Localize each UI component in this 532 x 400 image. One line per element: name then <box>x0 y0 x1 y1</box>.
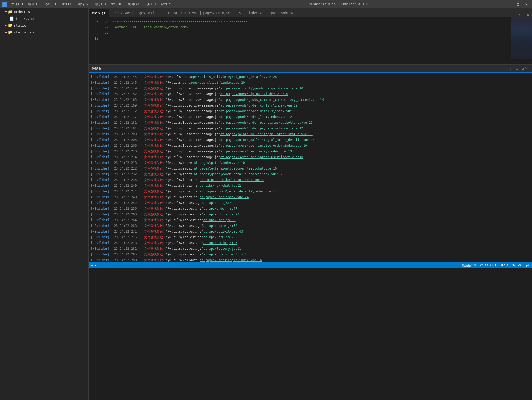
sidebar-item-statistics[interactable]: ▶ 📁 statistics <box>0 29 88 35</box>
log-link[interactable]: at pages\goods\order_confirm\index.vue:1… <box>220 103 298 108</box>
log-link[interactable]: at pages\goods\order_details\index.vue:1… <box>200 189 277 194</box>
menu-publish[interactable]: 发行(U) <box>109 2 125 7</box>
log-link[interactable]: at pages\goods\order_pay_status\payLotte… <box>220 120 313 125</box>
log-prefix: [HBuilder] <box>91 137 114 142</box>
log-error-type: 文件查找失败: <box>144 206 165 211</box>
log-error-type: 文件查找失败: <box>144 223 165 228</box>
menu-tools[interactable]: 工具(T) <box>142 2 158 7</box>
log-link[interactable]: at api\points_mall.js:8 <box>203 252 247 257</box>
menu-help[interactable]: 帮助(Y) <box>159 2 175 7</box>
log-link[interactable]: at api\kefu.js:22 <box>203 235 236 240</box>
status-language[interactable]: JavaScript <box>512 264 529 267</box>
tab-nav-prev[interactable]: ‹ <box>518 12 522 17</box>
tab-nav-expand[interactable]: ⊞ <box>526 12 530 17</box>
log-link[interactable]: at pages\users\user_money\index.vue:10 <box>220 149 292 154</box>
log-link[interactable]: at api\user.js:86 <box>203 217 236 223</box>
log-time: 23:14:22.285 <box>114 252 144 257</box>
console-title: 控制台 <box>92 66 102 72</box>
log-link[interactable]: at pages\users\login\index.vue:20 <box>183 80 245 85</box>
log-link[interactable]: at pages\goods\order_details\index.vue:1… <box>220 109 298 114</box>
console-chevron-icon[interactable]: ⌄ <box>515 66 519 72</box>
status-encoding[interactable]: UTF-8 <box>500 264 509 267</box>
log-error-type: 文件查找失败: <box>144 212 165 217</box>
tab-nav[interactable]: ‹ › ⊞ <box>516 12 532 17</box>
log-link[interactable]: at api\admin.js:26 <box>203 240 237 246</box>
log-link[interactable]: at libs\new_chat.js:12 <box>200 183 241 188</box>
log-link[interactable]: at pages\goods\goods_details_store\index… <box>194 172 283 177</box>
log-link[interactable]: at pages\activity\goods_bargain\index.vu… <box>220 86 303 91</box>
log-link[interactable]: at pages\users\user_invoice_order\index.… <box>220 143 307 148</box>
menu-view[interactable]: 视图(V) <box>126 2 142 7</box>
log-link[interactable]: at pages\guide\index.vue:10 <box>194 160 245 165</box>
window-controls[interactable]: ─ □ ✕ <box>506 2 530 7</box>
log-link[interactable]: at pages\user\index.vue:24 <box>200 195 249 200</box>
log-link[interactable]: at api\order.js:47 <box>203 206 237 211</box>
log-error-type: 文件查找失败: <box>144 246 165 251</box>
line-num-10: 10 <box>89 36 98 41</box>
folder-icon-static: 📁 <box>8 23 12 27</box>
status-position[interactable]: 行:13 列:1 <box>480 264 496 267</box>
log-prefix: [HBuilder] <box>91 74 114 79</box>
log-line: [HBuilder]23:14:22.210文件查找失败:'@/utils/Su… <box>89 148 532 154</box>
sidebar-label-orderlist: orderList <box>14 10 32 14</box>
log-link[interactable]: at pages\users\user_spread_user\index.vu… <box>220 154 303 160</box>
log-prefix: [HBuilder] <box>91 235 114 240</box>
log-error-type: 文件查找失败: <box>144 240 165 246</box>
console-export-icon[interactable]: ⬆ <box>509 66 513 72</box>
sidebar-item-index-vue[interactable]: 📄 index.vue <box>0 15 88 22</box>
log-link[interactable]: at pages\goods\order_list\index.vue:12 <box>220 114 292 120</box>
sidebar-item-orderlist[interactable]: ▼ 📁 orderList <box>0 8 88 15</box>
log-link[interactable]: at components\kefuIcon\index.vue:8 <box>200 177 264 183</box>
maximize-button[interactable]: □ <box>514 2 522 7</box>
console-controls[interactable]: ⬆ ⌄ ✕⤡ <box>509 66 529 72</box>
menu-file[interactable]: 文件(F) <box>9 2 26 7</box>
tab-index-activity[interactable]: index.vue | pages/acti......ombination <box>109 9 177 17</box>
log-link[interactable]: at api\lottery.js:11 <box>203 246 241 251</box>
minimize-button[interactable]: ─ <box>506 2 513 7</box>
log-link[interactable]: at api\activity.js:43 <box>203 229 243 234</box>
tab-index-admin-de[interactable]: index.vue | pages/admin/de <box>245 9 301 17</box>
log-line: [HBuilder]23:14:22.222文件查找失败:'@/utils/em… <box>89 166 532 171</box>
menu-find[interactable]: 查找(I) <box>59 2 75 7</box>
log-prefix: [HBuilder] <box>91 80 114 85</box>
status-hint[interactable]: 语法提示库 <box>462 264 477 267</box>
log-path-text: '@/utils/request.js' <box>166 235 203 240</box>
menu-goto[interactable]: 跳转(G) <box>76 2 92 7</box>
tab-main-js[interactable]: main.js <box>89 9 109 17</box>
menu-select[interactable]: 选择(S) <box>42 2 59 7</box>
menu-run[interactable]: 运行(R) <box>92 2 108 7</box>
console-body[interactable]: [HBuilder]23:14:22.145文件查找失败:'@/utils' a… <box>89 73 532 262</box>
status-icons[interactable]: ⊕ ✔ <box>91 264 96 267</box>
log-link[interactable]: at pages\users\login\index.vue:16 <box>200 258 262 262</box>
log-link[interactable]: at pages\annex\vip_paid\index.vue:20 <box>220 91 288 97</box>
status-bar: ⊕ ✔ 语法提示库 行:13 列:1 UTF-8 JavaScript <box>89 262 532 268</box>
tab-index-orderlist[interactable]: index.vue | pages/admin/orderList <box>177 9 245 17</box>
code-editor[interactable]: 7 8 9 10 // +---------------------------… <box>89 17 532 64</box>
log-prefix: [HBuilder] <box>91 120 114 125</box>
menu-edit[interactable]: 编辑(E) <box>26 2 42 7</box>
log-link[interactable]: at api\api.js:48 <box>203 200 234 205</box>
console-close-icon[interactable]: ✕⤡ <box>521 66 529 72</box>
close-button[interactable]: ✕ <box>523 2 530 7</box>
status-bar-right: 语法提示库 行:13 列:1 UTF-8 JavaScript <box>462 264 529 267</box>
log-path-text: '@/utils/SubscribeMessage.js' <box>166 86 220 91</box>
log-line: [HBuilder]23:14:22.149文件查找失败:'@/utils/Su… <box>89 85 532 91</box>
menu-bar[interactable]: 文件(F) 编辑(E) 选择(S) 查找(I) 跳转(G) 运行(R) 发行(U… <box>9 2 175 7</box>
line-numbers: 7 8 9 10 <box>89 17 102 64</box>
code-content[interactable]: // +------------------------------------… <box>102 17 511 64</box>
log-link[interactable]: at pages\goods\order_pay_status\index.vu… <box>220 126 303 131</box>
sidebar-item-static[interactable]: ▶ 📁 static <box>0 22 88 29</box>
log-link[interactable]: at api\store.js:34 <box>203 223 237 228</box>
log-error-type: 文件查找失败: <box>144 154 165 160</box>
log-link[interactable]: at pages\points_mall\integral_order_stat… <box>220 132 313 137</box>
log-link[interactable]: at pages\goods\goods_comment_con\lottery… <box>220 97 324 102</box>
log-link[interactable]: at pages\points_mall\integral_goods_deta… <box>183 74 277 79</box>
log-error-type: 文件查找失败: <box>144 195 165 200</box>
log-link[interactable]: at pages\points_mall\integral_order_deta… <box>220 137 314 142</box>
log-prefix: [HBuilder] <box>91 183 114 188</box>
log-error-type: 文件查找失败: <box>144 149 165 154</box>
log-link[interactable]: at pages\extension\customer_list\chat.vu… <box>194 166 277 171</box>
tab-nav-next[interactable]: › <box>522 12 526 17</box>
log-time: 23:14:22.149 <box>114 86 144 91</box>
log-link[interactable]: at api\public.js:23 <box>203 212 239 217</box>
